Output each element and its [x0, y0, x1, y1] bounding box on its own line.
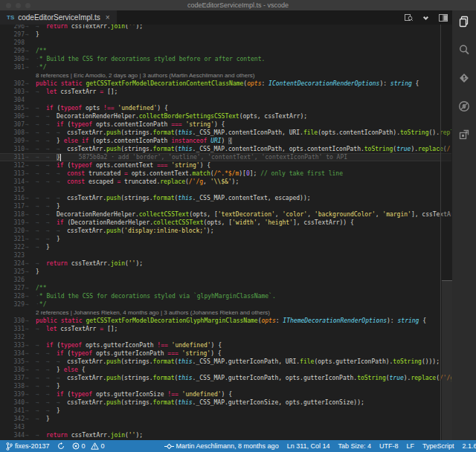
- line-number[interactable]: 340: [0, 398, 25, 407]
- code-line[interactable]: 332: [0, 333, 451, 341]
- line-number[interactable]: 318: [0, 210, 25, 219]
- line-number[interactable]: 334: [0, 349, 25, 358]
- code-line[interactable]: 341→→→}: [0, 407, 451, 415]
- line-number[interactable]: 327: [0, 284, 25, 292]
- blame-status[interactable]: Martin Aeschlimann, 8 months ago: [164, 442, 279, 450]
- line-number[interactable]: 331: [0, 325, 25, 333]
- code-line[interactable]: 312→→→if (typeof opts.contentText === 's…: [0, 161, 451, 170]
- code-line[interactable]: 329→·*/: [0, 300, 451, 309]
- line-number[interactable]: 296: [0, 25, 25, 30]
- line-number[interactable]: 332: [0, 333, 25, 341]
- scrollbar-thumb[interactable]: [442, 280, 452, 441]
- line-number[interactable]: 344: [0, 431, 25, 439]
- code-line[interactable]: 331→→let cssTextArr = [];: [0, 325, 451, 333]
- status-item[interactable]: TypeScript: [422, 442, 454, 450]
- code-line[interactable]: 303→→let cssTextArr = [];: [0, 88, 451, 96]
- line-number[interactable]: 309: [0, 137, 25, 145]
- code-line[interactable]: 340→→→→cssTextArr.push(strings.format(th…: [0, 398, 451, 407]
- line-number[interactable]: 342: [0, 415, 25, 423]
- sync-button[interactable]: [57, 442, 65, 450]
- line-number[interactable]: 310: [0, 145, 25, 153]
- code-line[interactable]: 328→·* Build the CSS for decorations sty…: [0, 292, 451, 300]
- extensions-icon[interactable]: [457, 128, 471, 144]
- code-line[interactable]: 297→}: [0, 30, 451, 39]
- code-line[interactable]: 326: [0, 276, 451, 284]
- code-editor[interactable]: 296→→return cssTextArr.join('');297→}298…: [0, 25, 451, 440]
- code-line[interactable]: 334→→→if (typeof opts.gutterIconPath ===…: [0, 349, 451, 358]
- status-item[interactable]: LF: [407, 442, 415, 450]
- code-line[interactable]: 323: [0, 251, 451, 259]
- codelens-line[interactable]: 8 references | Eric Amodio, 2 days ago |…: [0, 71, 451, 80]
- code-line[interactable]: 320→→→→cssTextArr.push('display:inline-b…: [0, 227, 451, 235]
- line-number[interactable]: 335: [0, 358, 25, 366]
- code-line[interactable]: 342→→}: [0, 415, 451, 423]
- code-line[interactable]: 301→·*/: [0, 63, 451, 71]
- line-number[interactable]: 329: [0, 300, 25, 309]
- code-line[interactable]: 338→→→}: [0, 382, 451, 390]
- code-line[interactable]: 339→→→if (typeof opts.gutterIconSize !==…: [0, 390, 451, 398]
- code-line[interactable]: 321→→→}: [0, 235, 451, 243]
- tab-codeEditorServiceImpl[interactable]: TS codeEditorServiceImpl.ts ×: [0, 10, 117, 25]
- line-number[interactable]: 338: [0, 382, 25, 390]
- line-number[interactable]: 297: [0, 30, 25, 39]
- line-number[interactable]: 333: [0, 341, 25, 349]
- search-icon[interactable]: [457, 43, 471, 59]
- line-number[interactable]: 317: [0, 202, 25, 210]
- code-line[interactable]: 333→→if (typeof opts.gutterIconPath !== …: [0, 341, 451, 349]
- code-line[interactable]: 302→public static getCSSTextForModelDeco…: [0, 80, 451, 88]
- line-number[interactable]: 341: [0, 407, 25, 415]
- code-line[interactable]: 313→→→→const truncated = opts.contentTex…: [0, 170, 451, 178]
- line-number[interactable]: 315: [0, 186, 25, 194]
- code-line[interactable]: 307→→→if (typeof opts.contentIconPath ==…: [0, 120, 451, 129]
- status-item[interactable]: Ln 311, Col 14: [287, 442, 330, 450]
- line-number[interactable]: 301: [0, 63, 25, 71]
- code-line[interactable]: 298: [0, 39, 451, 47]
- branch-indicator[interactable]: fixes-20137: [6, 442, 50, 451]
- code-line[interactable]: 300→·* Build the CSS for decorations sty…: [0, 55, 451, 63]
- line-number[interactable]: 302: [0, 80, 25, 88]
- line-number[interactable]: 319: [0, 219, 25, 227]
- code-line[interactable]: 325→}: [0, 268, 451, 276]
- line-number[interactable]: 321: [0, 235, 25, 243]
- code-line[interactable]: 318→→→DecorationRenderHelper.collectCSST…: [0, 210, 451, 219]
- code-line[interactable]: 315: [0, 186, 451, 194]
- codelens-line[interactable]: 2 references | Johannes Rieken, 4 months…: [0, 309, 451, 317]
- status-item[interactable]: Tab Size: 4: [338, 442, 372, 450]
- code-line[interactable]: 309→→→} else if (opts.contentIconPath in…: [0, 137, 451, 145]
- line-number[interactable]: [0, 71, 25, 80]
- code-line[interactable]: 304: [0, 96, 451, 104]
- line-number[interactable]: 326: [0, 276, 25, 284]
- line-number[interactable]: 343: [0, 423, 25, 431]
- code-line[interactable]: 310→→→→cssTextArr.push(strings.format(th…: [0, 145, 451, 153]
- problems-indicator[interactable]: 0 0: [72, 442, 105, 450]
- line-number[interactable]: 308: [0, 129, 25, 137]
- line-number[interactable]: 337: [0, 374, 25, 382]
- code-line[interactable]: 344→→return cssTextArr.join('');: [0, 431, 451, 439]
- line-number[interactable]: 325: [0, 268, 25, 276]
- line-number[interactable]: 336: [0, 366, 25, 374]
- line-number[interactable]: 303: [0, 88, 25, 96]
- open-preview-icon[interactable]: [405, 13, 413, 22]
- line-number[interactable]: 313: [0, 170, 25, 178]
- code-line[interactable]: 296→→return cssTextArr.join('');: [0, 25, 451, 30]
- code-line[interactable]: 299→/**: [0, 47, 451, 55]
- code-line[interactable]: 306→→→DecorationRenderHelper.collectBord…: [0, 112, 451, 120]
- line-number[interactable]: 330: [0, 317, 25, 325]
- code-line[interactable]: 335→→→→cssTextArr.push(strings.format(th…: [0, 358, 451, 366]
- line-number[interactable]: 328: [0, 292, 25, 300]
- line-number[interactable]: 305: [0, 104, 25, 112]
- code-line[interactable]: 311→→→}5875b0a2 · add 'border', 'outline…: [0, 153, 451, 161]
- line-number[interactable]: 316: [0, 194, 25, 202]
- line-number[interactable]: 298: [0, 39, 25, 47]
- line-number[interactable]: 322: [0, 243, 25, 251]
- line-number[interactable]: [0, 309, 25, 317]
- code-line[interactable]: 314→→→→const escaped = truncated.replace…: [0, 178, 451, 186]
- status-item[interactable]: UTF-8: [379, 442, 399, 450]
- code-line[interactable]: 305→→if (typeof opts !== 'undefined') {: [0, 104, 451, 112]
- code-line[interactable]: 343: [0, 423, 451, 431]
- open-changes-icon[interactable]: [422, 13, 430, 22]
- line-number[interactable]: 339: [0, 390, 25, 398]
- code-line[interactable]: 327→/**: [0, 284, 451, 292]
- line-number[interactable]: 299: [0, 47, 25, 55]
- line-number[interactable]: 300: [0, 55, 25, 63]
